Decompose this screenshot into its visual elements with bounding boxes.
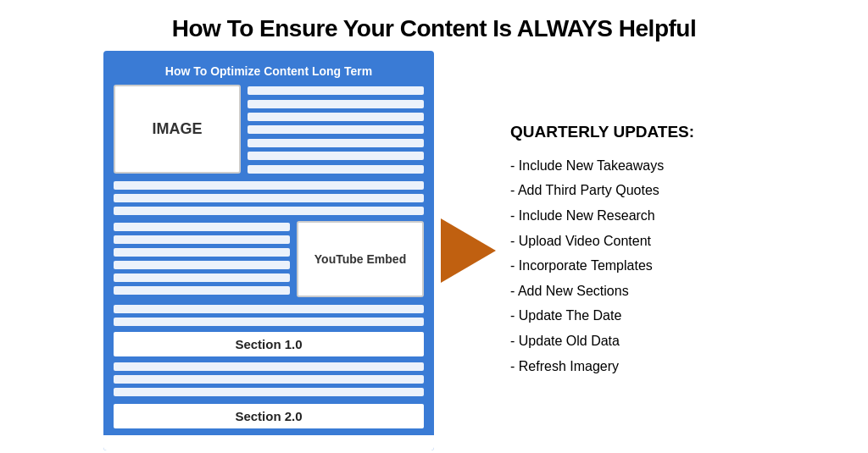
doc-body: IMAGE: [114, 85, 424, 430]
top-lines-column: [248, 85, 424, 174]
bullet-item: Add New Sections: [510, 279, 765, 304]
line-bar: [248, 165, 424, 174]
middle-section: YouTube Embed: [114, 221, 424, 297]
line-bar: [248, 139, 424, 147]
image-placeholder: IMAGE: [114, 85, 241, 174]
right-arrow-icon: [441, 218, 496, 283]
line-bar: [114, 273, 290, 282]
quarterly-heading: QUARTERLY UPDATES:: [510, 123, 765, 141]
bullet-item: Update The Date: [510, 303, 765, 329]
line-bar: [114, 223, 290, 231]
content-area: How To Optimize Content Long Term IMAGE: [0, 51, 868, 450]
bullet-item: Incorporate Templates: [510, 253, 765, 279]
quarterly-bullets-list: Include New TakeawaysAdd Third Party Quo…: [510, 153, 765, 378]
bullet-item: Add Third Party Quotes: [510, 178, 765, 203]
line-bar: [248, 152, 424, 160]
line-bar: [114, 305, 424, 313]
line-bar: [114, 375, 424, 384]
line-bar: [114, 207, 424, 215]
top-section: IMAGE: [114, 85, 424, 174]
full-lines-group: [114, 181, 424, 215]
line-bar: [114, 286, 290, 295]
line-bar: [248, 113, 424, 121]
line-bar: [114, 388, 424, 396]
bullet-item: Update Old Data: [510, 329, 765, 354]
line-bar: [248, 86, 424, 95]
line-bar: [114, 261, 290, 269]
section2-bar: Section 2.0: [114, 404, 424, 428]
youtube-embed-placeholder: YouTube Embed: [297, 221, 424, 297]
page-title: How To Ensure Your Content Is ALWAYS Hel…: [0, 0, 868, 51]
doc-title: How To Optimize Content Long Term: [114, 61, 424, 85]
line-bar: [248, 100, 424, 108]
bullet-item: Include New Research: [510, 203, 765, 229]
bullet-item: Include New Takeaways: [510, 153, 765, 179]
bullet-item: Upload Video Content: [510, 229, 765, 254]
post-section1-lines: [114, 362, 424, 396]
right-panel: QUARTERLY UPDATES: Include New Takeaways…: [502, 123, 765, 378]
line-bar: [114, 362, 424, 371]
bullet-item: Refresh Imagery: [510, 354, 765, 379]
line-bar: [248, 125, 424, 134]
line-bar: [114, 181, 424, 190]
line-bar: [114, 248, 290, 257]
line-bar: [114, 318, 424, 326]
pre-section1-lines: [114, 305, 424, 326]
line-bar: [114, 194, 424, 202]
left-lines-column: [114, 221, 290, 295]
doc-bottom-tab: [103, 435, 434, 450]
section1-bar: Section 1.0: [114, 332, 424, 356]
arrow-container: [434, 218, 502, 283]
document-mockup: How To Optimize Content Long Term IMAGE: [103, 51, 434, 450]
line-bar: [114, 235, 290, 244]
